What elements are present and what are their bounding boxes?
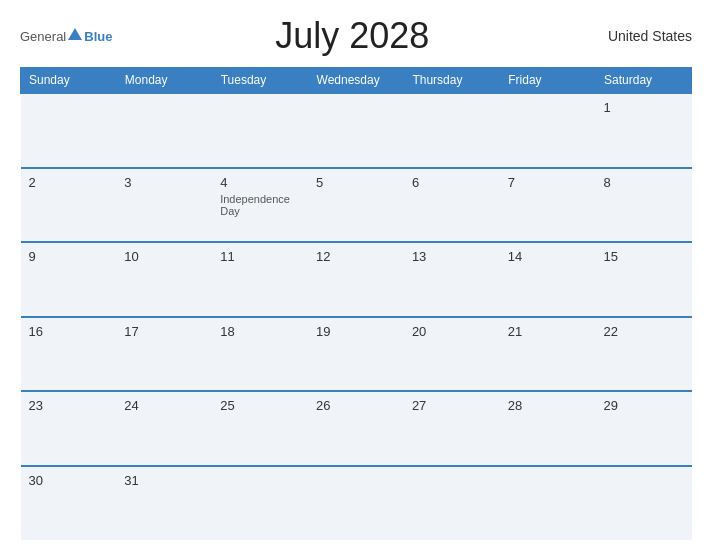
calendar-day-cell: 24	[116, 391, 212, 466]
calendar-thead: SundayMondayTuesdayWednesdayThursdayFrid…	[21, 68, 692, 94]
logo-triangle-icon	[68, 28, 82, 40]
calendar-header: General Blue July 2028 United States	[20, 15, 692, 57]
day-number: 20	[412, 324, 492, 339]
calendar-day-cell: 26	[308, 391, 404, 466]
calendar-day-cell	[404, 466, 500, 541]
calendar-title: July 2028	[112, 15, 592, 57]
calendar-week-row: 16171819202122	[21, 317, 692, 392]
calendar-day-cell	[308, 466, 404, 541]
calendar-day-cell: 17	[116, 317, 212, 392]
weekday-header-row: SundayMondayTuesdayWednesdayThursdayFrid…	[21, 68, 692, 94]
calendar-day-cell	[404, 93, 500, 168]
day-number: 13	[412, 249, 492, 264]
day-number: 4	[220, 175, 300, 190]
day-number: 22	[604, 324, 684, 339]
day-number: 10	[124, 249, 204, 264]
calendar-tbody: 1234Independence Day56789101112131415161…	[21, 93, 692, 540]
calendar-day-cell: 3	[116, 168, 212, 243]
calendar-day-cell: 9	[21, 242, 117, 317]
weekday-header-wednesday: Wednesday	[308, 68, 404, 94]
day-number: 31	[124, 473, 204, 488]
weekday-header-sunday: Sunday	[21, 68, 117, 94]
day-number: 23	[29, 398, 109, 413]
weekday-header-thursday: Thursday	[404, 68, 500, 94]
calendar-day-cell: 27	[404, 391, 500, 466]
day-number: 14	[508, 249, 588, 264]
day-number: 8	[604, 175, 684, 190]
day-event: Independence Day	[220, 193, 300, 217]
calendar-week-row: 234Independence Day5678	[21, 168, 692, 243]
day-number: 15	[604, 249, 684, 264]
calendar-container: General Blue July 2028 United States Sun…	[0, 0, 712, 550]
calendar-day-cell: 28	[500, 391, 596, 466]
calendar-week-row: 23242526272829	[21, 391, 692, 466]
calendar-day-cell: 5	[308, 168, 404, 243]
calendar-day-cell	[500, 466, 596, 541]
logo-general-text: General	[20, 29, 66, 44]
calendar-day-cell: 11	[212, 242, 308, 317]
day-number: 26	[316, 398, 396, 413]
calendar-day-cell: 31	[116, 466, 212, 541]
calendar-day-cell: 20	[404, 317, 500, 392]
calendar-day-cell: 21	[500, 317, 596, 392]
weekday-header-tuesday: Tuesday	[212, 68, 308, 94]
day-number: 30	[29, 473, 109, 488]
day-number: 29	[604, 398, 684, 413]
day-number: 28	[508, 398, 588, 413]
day-number: 19	[316, 324, 396, 339]
calendar-day-cell: 25	[212, 391, 308, 466]
calendar-day-cell: 23	[21, 391, 117, 466]
calendar-day-cell: 15	[596, 242, 692, 317]
calendar-week-row: 9101112131415	[21, 242, 692, 317]
day-number: 17	[124, 324, 204, 339]
calendar-day-cell	[500, 93, 596, 168]
calendar-day-cell	[212, 93, 308, 168]
calendar-day-cell: 18	[212, 317, 308, 392]
calendar-day-cell	[308, 93, 404, 168]
day-number: 16	[29, 324, 109, 339]
country-label: United States	[592, 28, 692, 44]
day-number: 18	[220, 324, 300, 339]
day-number: 12	[316, 249, 396, 264]
day-number: 21	[508, 324, 588, 339]
day-number: 3	[124, 175, 204, 190]
day-number: 27	[412, 398, 492, 413]
calendar-day-cell: 6	[404, 168, 500, 243]
calendar-day-cell: 22	[596, 317, 692, 392]
calendar-day-cell	[212, 466, 308, 541]
calendar-week-row: 3031	[21, 466, 692, 541]
weekday-header-monday: Monday	[116, 68, 212, 94]
day-number: 1	[604, 100, 684, 115]
day-number: 9	[29, 249, 109, 264]
day-number: 6	[412, 175, 492, 190]
calendar-week-row: 1	[21, 93, 692, 168]
weekday-header-friday: Friday	[500, 68, 596, 94]
day-number: 24	[124, 398, 204, 413]
calendar-day-cell: 30	[21, 466, 117, 541]
calendar-day-cell: 29	[596, 391, 692, 466]
day-number: 2	[29, 175, 109, 190]
calendar-day-cell: 10	[116, 242, 212, 317]
logo-blue-text: Blue	[84, 29, 112, 44]
logo: General Blue	[20, 29, 112, 44]
calendar-day-cell: 14	[500, 242, 596, 317]
calendar-day-cell	[21, 93, 117, 168]
day-number: 11	[220, 249, 300, 264]
calendar-day-cell	[116, 93, 212, 168]
weekday-header-saturday: Saturday	[596, 68, 692, 94]
calendar-day-cell: 16	[21, 317, 117, 392]
calendar-day-cell: 12	[308, 242, 404, 317]
calendar-day-cell: 13	[404, 242, 500, 317]
calendar-day-cell	[596, 466, 692, 541]
day-number: 7	[508, 175, 588, 190]
calendar-day-cell: 2	[21, 168, 117, 243]
calendar-day-cell: 8	[596, 168, 692, 243]
day-number: 25	[220, 398, 300, 413]
calendar-table: SundayMondayTuesdayWednesdayThursdayFrid…	[20, 67, 692, 540]
calendar-day-cell: 19	[308, 317, 404, 392]
calendar-day-cell: 1	[596, 93, 692, 168]
day-number: 5	[316, 175, 396, 190]
calendar-day-cell: 4Independence Day	[212, 168, 308, 243]
calendar-day-cell: 7	[500, 168, 596, 243]
